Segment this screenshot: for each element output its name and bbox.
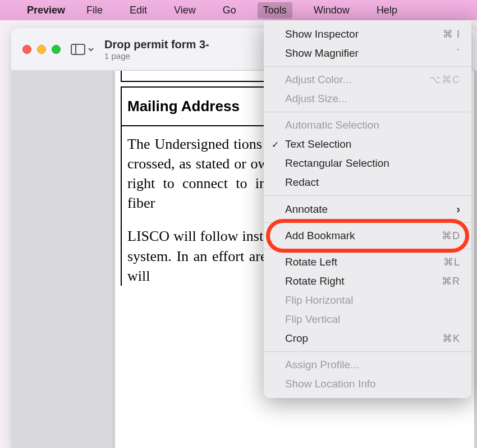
menu-item-rectangular-selection[interactable]: Rectangular Selection [264, 154, 471, 173]
menu-label: Flip Vertical [285, 313, 340, 326]
menu-item-assign-profile: Assign Profile... [264, 355, 471, 374]
chevron-down-icon [88, 46, 94, 53]
menu-item-rotate-right[interactable]: Rotate Right ⌘R [264, 272, 471, 291]
menu-label: Adjust Color... [285, 74, 351, 86]
menu-item-flip-vertical: Flip Vertical [264, 310, 471, 329]
menubar: Preview File Edit View Go Tools Window H… [0, 0, 477, 20]
menu-item-adjust-color: Adjust Color... ⌥⌘C [264, 70, 471, 89]
menu-label: Annotate [285, 203, 328, 216]
menu-shortcut: ⌘D [442, 230, 460, 242]
menu-help[interactable]: Help [371, 2, 403, 19]
menu-label: Adjust Size... [285, 93, 347, 105]
menu-label: Rotate Right [285, 275, 345, 287]
close-button[interactable] [22, 45, 31, 54]
chevron-right-icon: › [456, 203, 460, 216]
menu-label: Add Bookmark [285, 230, 355, 242]
menu-file[interactable]: File [81, 2, 108, 19]
menu-separator [264, 66, 471, 67]
menu-separator [264, 112, 471, 112]
menu-shortcut: ` [456, 48, 460, 60]
menu-window[interactable]: Window [308, 2, 355, 19]
menu-item-flip-horizontal: Flip Horizontal [264, 291, 471, 310]
mailing-address-label: Mailing Address [127, 98, 240, 115]
menu-item-crop[interactable]: Crop ⌘K [264, 329, 471, 348]
menu-separator [264, 195, 471, 196]
menu-item-annotate[interactable]: Annotate › [264, 199, 471, 219]
menu-separator [264, 351, 471, 352]
menu-shortcut: ⌘K [442, 332, 460, 345]
menu-label: Show Location Info [285, 378, 376, 390]
menu-shortcut: ⌘L [443, 256, 460, 268]
menu-edit[interactable]: Edit [124, 2, 153, 19]
menu-label: Crop [285, 332, 308, 345]
zoom-button[interactable] [52, 45, 61, 54]
document-title: Drop permit form 3- [104, 38, 209, 51]
menu-tools[interactable]: Tools [258, 2, 292, 19]
menu-label: Automatic Selection [285, 119, 379, 131]
title-section: Drop permit form 3- 1 page [104, 38, 209, 61]
menu-shortcut: ⌘R [442, 275, 460, 287]
menu-separator [264, 249, 471, 249]
menu-item-show-location-info: Show Location Info [264, 374, 471, 394]
menu-label: Show Magnifier [285, 47, 359, 60]
sidebar-toggle[interactable] [71, 44, 94, 55]
menu-separator [264, 222, 471, 223]
menu-label: Show Inspector [285, 28, 359, 40]
check-icon: ✓ [272, 139, 279, 150]
menu-item-automatic-selection: Automatic Selection [264, 116, 471, 135]
menu-label: Redact [285, 176, 319, 189]
menu-item-show-magnifier[interactable]: Show Magnifier ` [264, 44, 471, 63]
menu-item-add-bookmark[interactable]: Add Bookmark ⌘D [264, 226, 471, 245]
svg-rect-0 [71, 44, 85, 54]
menu-go[interactable]: Go [217, 2, 242, 19]
menu-label: Rectangular Selection [285, 157, 389, 170]
menu-label: Assign Profile... [285, 359, 359, 371]
tools-menu: Show Inspector ⌘ I Show Magnifier ` Adju… [264, 20, 471, 398]
app-name[interactable]: Preview [27, 4, 65, 16]
menu-item-redact[interactable]: Redact [264, 173, 471, 192]
menu-item-show-inspector[interactable]: Show Inspector ⌘ I [264, 25, 471, 44]
traffic-lights [22, 45, 61, 54]
document-subtitle: 1 page [104, 51, 209, 61]
menu-label: Text Selection [285, 138, 351, 150]
menu-item-text-selection[interactable]: ✓ Text Selection [264, 135, 471, 154]
menu-shortcut: ⌘ I [443, 28, 460, 40]
menu-label: Rotate Left [285, 256, 337, 268]
menu-label: Flip Horizontal [285, 294, 353, 307]
sidebar-icon [71, 44, 85, 55]
minimize-button[interactable] [37, 45, 46, 54]
menu-shortcut: ⌥⌘C [429, 74, 460, 86]
menu-item-adjust-size: Adjust Size... [264, 89, 471, 108]
menu-item-rotate-left[interactable]: Rotate Left ⌘L [264, 253, 471, 272]
menu-view[interactable]: View [168, 2, 201, 19]
